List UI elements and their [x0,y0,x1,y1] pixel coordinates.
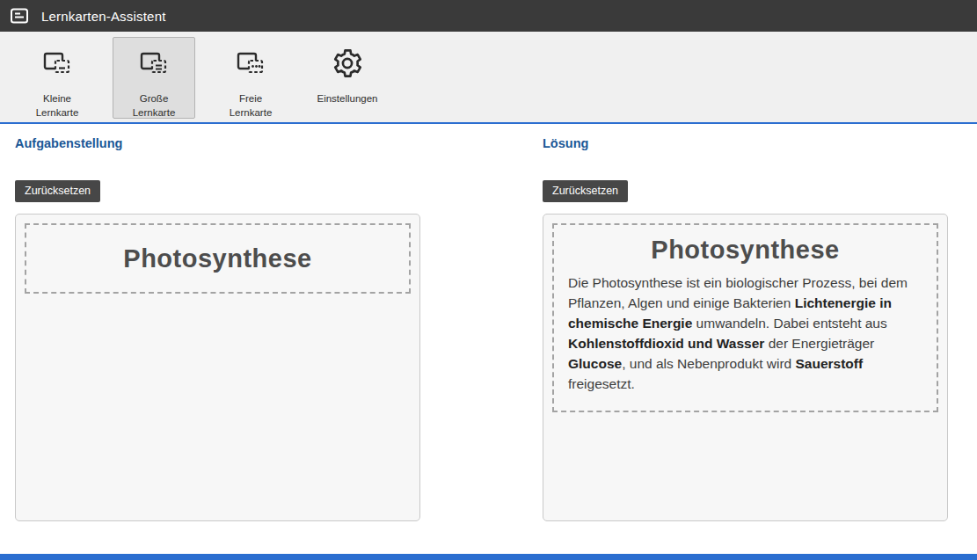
toolbar-label: Einstellungen [317,92,377,106]
solution-panel: Lösung Zurücksetzen Photosynthese Die Ph… [543,136,948,521]
app-title: Lernkarten-Assistent [41,9,166,24]
toolbar: Kleine Lernkarte Große Lernkarte [0,32,977,124]
task-card: Photosynthese [15,214,420,521]
solution-content-field[interactable]: Photosynthese Die Photosynthese ist ein … [552,223,938,412]
large-flashcard-icon [137,47,171,92]
gear-icon [331,47,364,92]
toolbar-button-kleine-lernkarte[interactable]: Kleine Lernkarte [16,37,98,119]
task-panel: Aufgabenstellung Zurücksetzen Photosynth… [15,136,420,521]
task-heading: Aufgabenstellung [15,136,420,151]
solution-reset-button[interactable]: Zurücksetzen [543,180,628,202]
toolbar-label: Große Lernkarte [133,92,176,120]
toolbar-button-einstellungen[interactable]: Einstellungen [306,37,389,119]
solution-heading: Lösung [543,136,948,151]
app-header: Lernkarten-Assistent [0,0,977,32]
task-title-field[interactable]: Photosynthese [25,223,411,294]
toolbar-label: Kleine Lernkarte [36,92,79,120]
solution-card: Photosynthese Die Photosynthese ist ein … [543,214,948,521]
solution-body-text: Die Photosynthese ist ein biologischer P… [568,273,922,395]
flashcard-title: Photosynthese [123,244,311,273]
flashcard-title: Photosynthese [568,236,922,265]
task-reset-button[interactable]: Zurücksetzen [15,180,100,202]
toolbar-button-freie-lernkarte[interactable]: Freie Lernkarte [209,37,292,119]
free-flashcard-icon [234,47,267,92]
toolbar-label: Freie Lernkarte [230,92,273,120]
bottom-accent-bar [0,554,977,560]
small-flashcard-icon [40,47,74,92]
toolbar-button-grosse-lernkarte[interactable]: Große Lernkarte [113,37,195,119]
flashcards-app-icon [9,5,30,26]
